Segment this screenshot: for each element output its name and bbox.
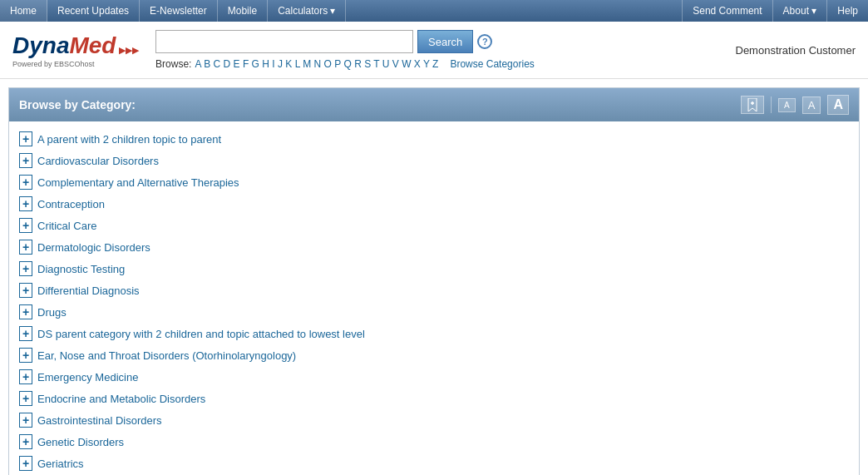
expand-icon: + — [19, 326, 32, 341]
category-item[interactable]: +Dermatologic Disorders — [9, 236, 859, 258]
category-link[interactable]: Ear, Nose and Throat Disorders (Otorhino… — [37, 349, 296, 362]
alpha-link-m[interactable]: M — [303, 58, 311, 70]
category-item[interactable]: +Endocrine and Metabolic Disorders — [9, 388, 859, 409]
nav-item-help[interactable]: Help — [826, 0, 868, 22]
alpha-link-o[interactable]: O — [324, 58, 332, 70]
category-item[interactable]: +Geriatrics — [9, 453, 859, 474]
expand-icon: + — [19, 175, 32, 190]
browse-categories-link[interactable]: Browse Categories — [450, 58, 534, 70]
category-link[interactable]: A parent with 2 children topic to parent — [37, 133, 221, 146]
alpha-link-v[interactable]: V — [392, 58, 399, 70]
expand-icon: + — [19, 391, 32, 406]
category-item[interactable]: +Complementary and Alternative Therapies — [9, 171, 859, 193]
alpha-link-n[interactable]: N — [314, 58, 322, 70]
alpha-link-z[interactable]: Z — [432, 58, 438, 70]
alpha-link-t[interactable]: T — [373, 58, 379, 70]
expand-icon: + — [19, 261, 32, 276]
nav-item-home[interactable]: Home — [0, 0, 47, 22]
alpha-link-c[interactable]: C — [214, 58, 221, 70]
category-link[interactable]: Cardiovascular Disorders — [37, 155, 159, 167]
expand-icon: + — [19, 131, 32, 146]
help-icon[interactable]: ? — [477, 34, 492, 49]
category-link[interactable]: Endocrine and Metabolic Disorders — [37, 393, 205, 405]
category-item[interactable]: +Ear, Nose and Throat Disorders (Otorhin… — [9, 344, 859, 366]
category-item[interactable]: +DS parent category with 2 children and … — [9, 323, 859, 344]
top-navigation: HomeRecent UpdatesE-NewsletterMobileCalc… — [0, 0, 868, 22]
main-content: Browse by Category: A A A +A parent with… — [8, 87, 860, 475]
category-link[interactable]: Drugs — [37, 306, 67, 319]
alpha-link-q[interactable]: Q — [343, 58, 351, 70]
separator — [771, 96, 772, 113]
font-small-button[interactable]: A — [778, 98, 796, 112]
font-medium-button[interactable]: A — [802, 96, 821, 114]
expand-icon: + — [19, 348, 32, 363]
alpha-link-s[interactable]: S — [364, 58, 371, 70]
expand-icon: + — [19, 369, 32, 384]
category-link[interactable]: DS parent category with 2 children and t… — [37, 328, 365, 340]
category-header: Browse by Category: A A A — [9, 88, 859, 121]
nav-item-calculators▾[interactable]: Calculators ▾ — [268, 0, 346, 22]
logo-powered-text: Powered by EBSCOhost — [12, 60, 139, 68]
alpha-link-e[interactable]: E — [234, 58, 240, 70]
customer-name: Demonstration Customer — [736, 44, 856, 57]
alpha-link-j[interactable]: J — [278, 58, 283, 70]
nav-item-recentupdates[interactable]: Recent Updates — [47, 0, 140, 22]
alpha-link-a[interactable]: A — [195, 58, 200, 70]
expand-icon: + — [19, 153, 32, 168]
category-item[interactable]: +Genetic Disorders — [9, 431, 859, 453]
category-link[interactable]: Diagnostic Testing — [37, 263, 125, 275]
nav-item-sendcomment[interactable]: Send Comment — [682, 0, 772, 22]
alpha-link-f[interactable]: F — [243, 58, 249, 70]
browse-row: Browse: A B C D E F G H I J K L M N O P … — [155, 58, 735, 70]
alpha-link-d[interactable]: D — [224, 58, 231, 70]
category-link[interactable]: Dermatologic Disorders — [37, 241, 150, 254]
category-link[interactable]: Differential Diagnosis — [37, 285, 140, 297]
category-item[interactable]: +Contraception — [9, 193, 859, 215]
category-item[interactable]: +Differential Diagnosis — [9, 280, 859, 301]
alpha-link-b[interactable]: B — [204, 58, 210, 70]
category-title: Browse by Category: — [19, 98, 136, 111]
category-item[interactable]: +Gastrointestinal Disorders — [9, 409, 859, 431]
header: DynaMed ▶▶▶ Powered by EBSCOhost Search … — [0, 22, 868, 79]
category-link[interactable]: Genetic Disorders — [37, 436, 124, 448]
alpha-link-w[interactable]: W — [402, 58, 411, 70]
category-link[interactable]: Gastrointestinal Disorders — [37, 414, 162, 427]
category-link[interactable]: Emergency Medicine — [37, 371, 138, 383]
category-item[interactable]: +Emergency Medicine — [9, 366, 859, 388]
alpha-link-h[interactable]: H — [262, 58, 269, 70]
nav-item-e-newsletter[interactable]: E-Newsletter — [140, 0, 218, 22]
alpha-link-u[interactable]: U — [382, 58, 390, 70]
expand-icon: + — [19, 283, 32, 298]
category-item[interactable]: +Diagnostic Testing — [9, 258, 859, 280]
alpha-link-x[interactable]: X — [414, 58, 421, 70]
alpha-link-l[interactable]: L — [295, 58, 300, 70]
alpha-link-k[interactable]: K — [285, 58, 292, 70]
search-area: Search ? Browse: A B C D E F G H I J K L… — [155, 30, 735, 70]
browse-label: Browse: — [155, 58, 191, 70]
alpha-link-g[interactable]: G — [252, 58, 259, 70]
category-item[interactable]: +Drugs — [9, 301, 859, 323]
search-button[interactable]: Search — [417, 30, 473, 53]
alpha-link-p[interactable]: P — [334, 58, 341, 70]
category-link[interactable]: Complementary and Alternative Therapies — [37, 176, 239, 189]
category-link[interactable]: Contraception — [37, 198, 105, 210]
logo-area: DynaMed ▶▶▶ Powered by EBSCOhost — [12, 32, 139, 68]
expand-icon: + — [19, 196, 32, 211]
category-link[interactable]: Critical Care — [37, 220, 97, 232]
category-link[interactable]: Geriatrics — [37, 458, 84, 470]
alpha-links: A B C D E F G H I J K L M N O P Q R S T … — [195, 58, 438, 70]
logo-dynamed: DynaMed ▶▶▶ — [12, 32, 139, 59]
expand-icon: + — [19, 218, 32, 233]
font-large-button[interactable]: A — [827, 95, 849, 115]
nav-item-about▾[interactable]: About ▾ — [772, 0, 827, 22]
category-item[interactable]: +A parent with 2 children topic to paren… — [9, 128, 859, 150]
category-item[interactable]: +Cardiovascular Disorders — [9, 150, 859, 171]
category-item[interactable]: +Critical Care — [9, 215, 859, 236]
search-input[interactable] — [155, 30, 413, 53]
alpha-link-y[interactable]: Y — [423, 58, 430, 70]
alpha-link-r[interactable]: R — [354, 58, 362, 70]
bookmark-button[interactable] — [741, 96, 764, 114]
alpha-link-i[interactable]: I — [272, 58, 274, 70]
nav-item-mobile[interactable]: Mobile — [218, 0, 268, 22]
expand-icon: + — [19, 240, 32, 255]
